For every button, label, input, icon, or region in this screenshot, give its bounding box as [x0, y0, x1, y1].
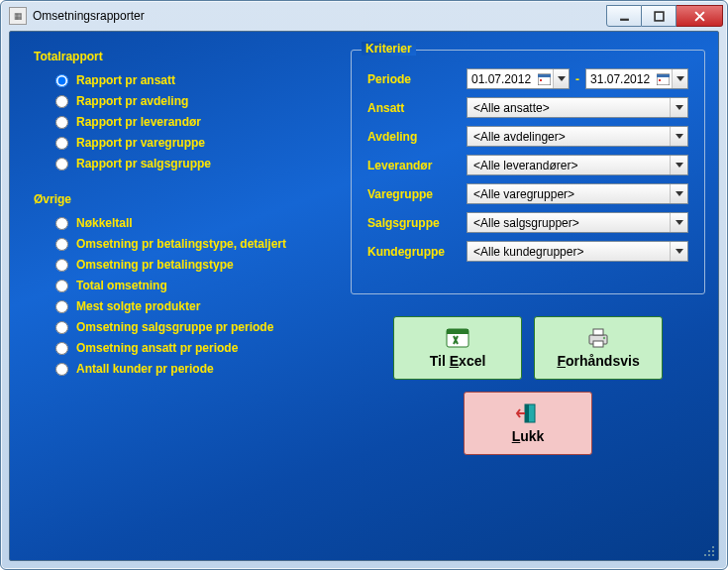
lukk-label: Lukk [512, 428, 545, 444]
excel-button[interactable]: Til Excel [393, 316, 522, 380]
svg-rect-4 [540, 79, 542, 81]
close-button[interactable] [676, 5, 723, 27]
svg-point-20 [708, 554, 710, 556]
radio-label: Omsetning pr betalingstype [76, 258, 234, 272]
ovrige-item[interactable]: Omsetning pr betalingstype, detaljert [55, 237, 327, 251]
forhandsvis-label: Forhåndsvis [557, 353, 639, 369]
app-icon: ▦ [9, 7, 27, 25]
ovrige-item[interactable]: Nøkkeltall [55, 216, 327, 230]
radio-input[interactable] [55, 280, 68, 292]
radio-input[interactable] [55, 300, 68, 313]
radio-label: Mest solgte produkter [76, 299, 200, 313]
lukk-button[interactable]: Lukk [464, 392, 592, 455]
ovrige-item[interactable]: Omsetning pr betalingstype [55, 258, 327, 272]
radio-input[interactable] [55, 321, 68, 334]
printer-icon [584, 327, 612, 349]
row-kundegruppe: Kundegruppe<Alle kundegrupper> [367, 241, 688, 262]
dropdown-icon [553, 69, 569, 88]
ovrige-list: NøkkeltallOmsetning pr betalingstype, de… [30, 216, 327, 376]
action-row: Til Excel Forhåndsvis Lu [351, 316, 705, 455]
label-avdeling: Avdeling [367, 130, 467, 144]
svg-rect-6 [657, 74, 670, 77]
radio-label: Antall kunder pr periode [76, 362, 214, 376]
resize-grip[interactable] [702, 544, 716, 558]
dropdown-icon [670, 156, 687, 174]
radio-input[interactable] [55, 238, 68, 251]
ovrige-item[interactable]: Omsetning ansatt pr periode [55, 341, 327, 355]
dropdown-icon [670, 242, 687, 261]
window-frame: ▦ Omsetningsrapporter Totalrapport Rappo… [0, 0, 728, 570]
leverandor-combo[interactable]: <Alle leverandører> [467, 155, 688, 175]
exit-icon [514, 402, 542, 424]
radio-input[interactable] [55, 363, 68, 376]
radio-input[interactable] [55, 342, 68, 355]
svg-rect-3 [538, 74, 551, 77]
row-varegruppe: Varegruppe<Alle varegrupper> [367, 183, 688, 204]
ovrige-item[interactable]: Omsetning salgsgruppe pr periode [55, 320, 327, 334]
calendar-icon [654, 69, 672, 88]
label-periode: Periode [367, 72, 467, 86]
dropdown-icon [672, 69, 687, 88]
svg-point-18 [712, 550, 714, 552]
ovrige-item[interactable]: Mest solgte produkter [55, 299, 327, 313]
maximize-button[interactable] [642, 5, 676, 27]
svg-rect-9 [447, 329, 468, 334]
salgsgruppe-combo[interactable]: <Alle salgsgrupper> [467, 212, 688, 233]
varegruppe-value: <Alle varegrupper> [468, 187, 670, 201]
ansatt-combo[interactable]: <Alle ansatte> [467, 97, 688, 118]
totalrapport-item[interactable]: Rapport pr avdeling [55, 94, 327, 108]
totalrapport-list: Rapport pr ansattRapport pr avdelingRapp… [30, 73, 327, 171]
periode-to-input[interactable]: 31.07.2012 [585, 68, 688, 89]
radio-input[interactable] [55, 217, 68, 230]
kriterier-group: Kriterier Periode 01.07.2012 - [351, 50, 705, 294]
totalrapport-item[interactable]: Rapport pr ansatt [55, 73, 327, 87]
radio-input[interactable] [55, 259, 68, 272]
leverandor-value: <Alle leverandører> [468, 159, 670, 172]
forhandsvis-button[interactable]: Forhåndsvis [534, 316, 663, 380]
svg-point-19 [704, 554, 706, 556]
kundegruppe-combo[interactable]: <Alle kundegrupper> [467, 241, 688, 262]
dropdown-icon [670, 213, 687, 232]
radio-label: Omsetning ansatt pr periode [76, 341, 238, 355]
svg-rect-15 [525, 404, 529, 422]
kundegruppe-value: <Alle kundegrupper> [468, 245, 670, 259]
radio-label: Rapport pr ansatt [76, 73, 175, 87]
periode-from-value: 01.07.2012 [468, 72, 535, 86]
radio-label: Nøkkeltall [76, 216, 133, 230]
ovrige-item[interactable]: Antall kunder pr periode [55, 362, 327, 376]
radio-input[interactable] [55, 137, 68, 150]
row-ansatt: Ansatt<Alle ansatte> [367, 97, 688, 118]
radio-input[interactable] [55, 74, 68, 87]
kriterier-legend: Kriterier [362, 42, 416, 56]
ovrige-item[interactable]: Total omsetning [55, 279, 327, 292]
titlebar: ▦ Omsetningsrapporter [1, 1, 727, 31]
radio-input[interactable] [55, 116, 68, 129]
dropdown-icon [670, 127, 687, 146]
avdeling-value: <Alle avdelinger> [468, 130, 670, 144]
client-area: Totalrapport Rapport pr ansattRapport pr… [9, 31, 719, 561]
row-periode: Periode 01.07.2012 - 31.07.2012 [367, 68, 688, 89]
periode-from-input[interactable]: 01.07.2012 [467, 68, 570, 89]
svg-point-13 [603, 337, 605, 339]
radio-input[interactable] [55, 95, 68, 108]
svg-rect-1 [655, 12, 664, 21]
right-column: Kriterier Periode 01.07.2012 - [351, 50, 705, 546]
close-icon [694, 11, 705, 22]
svg-rect-11 [593, 329, 603, 335]
radio-input[interactable] [55, 158, 68, 171]
label-ansatt: Ansatt [367, 101, 467, 115]
left-column: Totalrapport Rapport pr ansattRapport pr… [30, 50, 327, 546]
avdeling-combo[interactable]: <Alle avdelinger> [467, 126, 688, 147]
periode-to-value: 31.07.2012 [586, 72, 654, 86]
maximize-icon [654, 11, 665, 22]
totalrapport-item[interactable]: Rapport pr leverandør [55, 115, 327, 129]
totalrapport-item[interactable]: Rapport pr salgsgruppe [55, 157, 327, 171]
row-leverandor: Leverandør<Alle leverandører> [367, 155, 688, 175]
minimize-button[interactable] [606, 5, 642, 27]
svg-point-21 [712, 554, 714, 556]
totalrapport-item[interactable]: Rapport pr varegruppe [55, 136, 327, 150]
radio-label: Omsetning pr betalingstype, detaljert [76, 237, 286, 251]
dropdown-icon [670, 184, 687, 203]
varegruppe-combo[interactable]: <Alle varegrupper> [467, 183, 688, 204]
excel-icon [444, 327, 471, 349]
